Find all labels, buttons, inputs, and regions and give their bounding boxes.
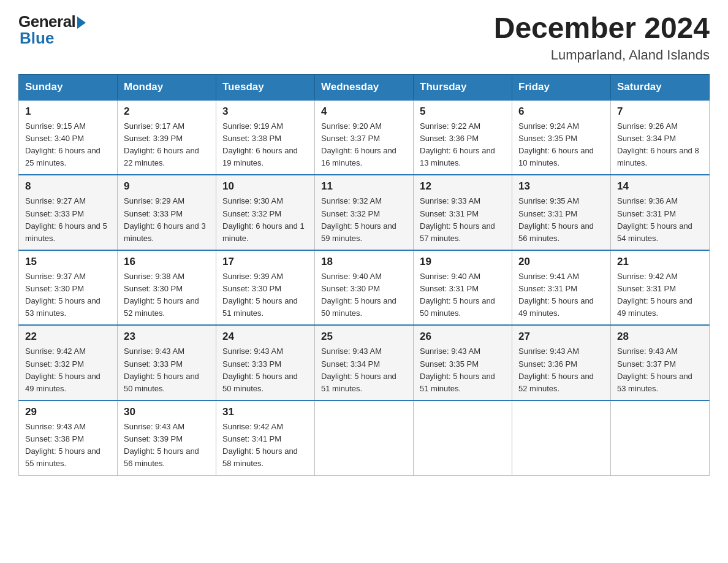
page-title: December 2024 [494,12,710,45]
page-subtitle: Lumparland, Aland Islands [494,47,710,63]
table-row: 8 Sunrise: 9:27 AM Sunset: 3:33 PM Dayli… [19,175,118,250]
table-row [315,400,414,475]
col-wednesday: Wednesday [315,74,414,100]
day-number: 14 [617,180,703,193]
table-row: 30 Sunrise: 9:43 AM Sunset: 3:39 PM Dayl… [118,400,216,475]
day-info: Sunrise: 9:19 AM Sunset: 3:38 PM Dayligh… [222,120,308,170]
table-row: 4 Sunrise: 9:20 AM Sunset: 3:37 PM Dayli… [315,100,414,175]
day-info: Sunrise: 9:43 AM Sunset: 3:33 PM Dayligh… [222,345,308,395]
day-number: 20 [518,256,604,268]
day-number: 15 [25,256,111,268]
table-row: 21 Sunrise: 9:42 AM Sunset: 3:31 PM Dayl… [611,250,710,326]
table-row: 9 Sunrise: 9:29 AM Sunset: 3:33 PM Dayli… [118,175,216,250]
day-number: 10 [222,180,308,193]
day-info: Sunrise: 9:43 AM Sunset: 3:39 PM Dayligh… [124,421,210,470]
table-row: 1 Sunrise: 9:15 AM Sunset: 3:40 PM Dayli… [19,100,118,175]
table-row: 31 Sunrise: 9:42 AM Sunset: 3:41 PM Dayl… [216,400,315,475]
table-row: 26 Sunrise: 9:43 AM Sunset: 3:35 PM Dayl… [414,325,512,400]
day-info: Sunrise: 9:37 AM Sunset: 3:30 PM Dayligh… [25,270,111,320]
day-number: 25 [321,331,407,343]
calendar-header-row: Sunday Monday Tuesday Wednesday Thursday… [19,74,710,100]
table-row: 29 Sunrise: 9:43 AM Sunset: 3:38 PM Dayl… [19,400,118,475]
table-row: 22 Sunrise: 9:42 AM Sunset: 3:32 PM Dayl… [19,325,118,400]
day-number: 7 [617,105,703,118]
day-info: Sunrise: 9:15 AM Sunset: 3:40 PM Dayligh… [25,120,111,170]
table-row: 28 Sunrise: 9:43 AM Sunset: 3:37 PM Dayl… [611,325,710,400]
day-info: Sunrise: 9:40 AM Sunset: 3:31 PM Dayligh… [420,270,506,320]
day-number: 17 [222,256,308,268]
day-number: 6 [518,105,604,118]
day-number: 23 [124,331,210,343]
logo: General Blue [18,12,86,48]
day-number: 12 [420,180,506,193]
table-row: 10 Sunrise: 9:30 AM Sunset: 3:32 PM Dayl… [216,175,315,250]
day-info: Sunrise: 9:17 AM Sunset: 3:39 PM Dayligh… [124,120,210,170]
table-row: 5 Sunrise: 9:22 AM Sunset: 3:36 PM Dayli… [414,100,512,175]
day-number: 26 [420,331,506,343]
col-saturday: Saturday [611,74,710,100]
logo-triangle-icon [77,17,86,29]
day-number: 3 [222,105,308,118]
col-tuesday: Tuesday [216,74,315,100]
day-info: Sunrise: 9:38 AM Sunset: 3:30 PM Dayligh… [124,270,210,320]
day-number: 2 [124,105,210,118]
day-info: Sunrise: 9:42 AM Sunset: 3:32 PM Dayligh… [25,345,111,395]
table-row: 7 Sunrise: 9:26 AM Sunset: 3:34 PM Dayli… [611,100,710,175]
table-row: 11 Sunrise: 9:32 AM Sunset: 3:32 PM Dayl… [315,175,414,250]
day-number: 11 [321,180,407,193]
calendar-week-2: 8 Sunrise: 9:27 AM Sunset: 3:33 PM Dayli… [19,175,710,250]
day-number: 18 [321,256,407,268]
day-info: Sunrise: 9:41 AM Sunset: 3:31 PM Dayligh… [518,270,604,320]
day-info: Sunrise: 9:36 AM Sunset: 3:31 PM Dayligh… [617,195,703,245]
day-info: Sunrise: 9:20 AM Sunset: 3:37 PM Dayligh… [321,120,407,170]
day-info: Sunrise: 9:32 AM Sunset: 3:32 PM Dayligh… [321,195,407,245]
table-row: 15 Sunrise: 9:37 AM Sunset: 3:30 PM Dayl… [19,250,118,326]
day-info: Sunrise: 9:33 AM Sunset: 3:31 PM Dayligh… [420,195,506,245]
day-info: Sunrise: 9:24 AM Sunset: 3:35 PM Dayligh… [518,120,604,170]
day-number: 28 [617,331,703,343]
day-number: 8 [25,180,111,193]
calendar-week-4: 22 Sunrise: 9:42 AM Sunset: 3:32 PM Dayl… [19,325,710,400]
col-monday: Monday [118,74,216,100]
day-number: 5 [420,105,506,118]
calendar-week-5: 29 Sunrise: 9:43 AM Sunset: 3:38 PM Dayl… [19,400,710,475]
table-row: 6 Sunrise: 9:24 AM Sunset: 3:35 PM Dayli… [512,100,611,175]
calendar-week-3: 15 Sunrise: 9:37 AM Sunset: 3:30 PM Dayl… [19,250,710,326]
table-row [611,400,710,475]
calendar-table: Sunday Monday Tuesday Wednesday Thursday… [18,74,710,476]
day-number: 30 [124,406,210,418]
day-number: 29 [25,406,111,418]
table-row: 12 Sunrise: 9:33 AM Sunset: 3:31 PM Dayl… [414,175,512,250]
col-sunday: Sunday [19,74,118,100]
col-thursday: Thursday [414,74,512,100]
table-row: 25 Sunrise: 9:43 AM Sunset: 3:34 PM Dayl… [315,325,414,400]
table-row: 16 Sunrise: 9:38 AM Sunset: 3:30 PM Dayl… [118,250,216,326]
day-info: Sunrise: 9:43 AM Sunset: 3:37 PM Dayligh… [617,345,703,395]
day-number: 31 [222,406,308,418]
day-info: Sunrise: 9:35 AM Sunset: 3:31 PM Dayligh… [518,195,604,245]
table-row: 19 Sunrise: 9:40 AM Sunset: 3:31 PM Dayl… [414,250,512,326]
day-info: Sunrise: 9:27 AM Sunset: 3:33 PM Dayligh… [25,195,111,245]
table-row: 18 Sunrise: 9:40 AM Sunset: 3:30 PM Dayl… [315,250,414,326]
day-info: Sunrise: 9:43 AM Sunset: 3:38 PM Dayligh… [25,421,111,470]
table-row: 23 Sunrise: 9:43 AM Sunset: 3:33 PM Dayl… [118,325,216,400]
day-info: Sunrise: 9:26 AM Sunset: 3:34 PM Dayligh… [617,120,703,170]
table-row: 13 Sunrise: 9:35 AM Sunset: 3:31 PM Dayl… [512,175,611,250]
day-number: 13 [518,180,604,193]
table-row: 17 Sunrise: 9:39 AM Sunset: 3:30 PM Dayl… [216,250,315,326]
logo-blue-text: Blue [18,29,54,48]
day-info: Sunrise: 9:39 AM Sunset: 3:30 PM Dayligh… [222,270,308,320]
day-number: 1 [25,105,111,118]
day-info: Sunrise: 9:42 AM Sunset: 3:41 PM Dayligh… [222,421,308,470]
table-row: 2 Sunrise: 9:17 AM Sunset: 3:39 PM Dayli… [118,100,216,175]
day-info: Sunrise: 9:43 AM Sunset: 3:34 PM Dayligh… [321,345,407,395]
table-row: 14 Sunrise: 9:36 AM Sunset: 3:31 PM Dayl… [611,175,710,250]
day-number: 22 [25,331,111,343]
col-friday: Friday [512,74,611,100]
table-row: 20 Sunrise: 9:41 AM Sunset: 3:31 PM Dayl… [512,250,611,326]
day-number: 21 [617,256,703,268]
calendar-week-1: 1 Sunrise: 9:15 AM Sunset: 3:40 PM Dayli… [19,100,710,175]
table-row: 27 Sunrise: 9:43 AM Sunset: 3:36 PM Dayl… [512,325,611,400]
day-number: 19 [420,256,506,268]
table-row: 3 Sunrise: 9:19 AM Sunset: 3:38 PM Dayli… [216,100,315,175]
